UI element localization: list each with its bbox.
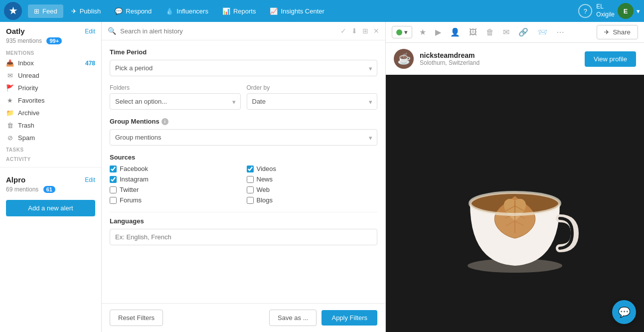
sidebar-item-trash[interactable]: 🗑 Trash: [0, 119, 101, 132]
chevron-down-icon: ▾: [637, 7, 640, 15]
source-twitter[interactable]: Twitter: [110, 186, 241, 193]
alpro-badge: 61: [43, 186, 55, 193]
link-icon[interactable]: 🔗: [516, 25, 530, 39]
grid-icon[interactable]: ⊞: [362, 27, 368, 35]
sidebar: Oatly Edit 935 mentions 99+ MENTIONS 📥 I…: [0, 22, 102, 332]
forums-checkbox[interactable]: [110, 197, 117, 204]
news-checkbox[interactable]: [247, 176, 254, 183]
app-logo[interactable]: ★: [4, 2, 22, 20]
orderby-select[interactable]: Date: [247, 93, 378, 110]
twitter-checkbox[interactable]: [110, 186, 117, 193]
download-icon[interactable]: ⬇: [351, 27, 357, 35]
brand-name-alpro: Alpro: [6, 175, 25, 184]
source-facebook[interactable]: Facebook: [110, 165, 241, 172]
sentiment-chevron-icon: ▾: [404, 28, 408, 36]
folders-orderby-row: Folders Select an option... ▾ Order by D…: [110, 84, 377, 110]
sidebar-item-spam[interactable]: ⊘ Spam: [0, 132, 101, 144]
sidebar-item-priority[interactable]: 🚩 Priority: [0, 82, 101, 94]
person-icon[interactable]: 👤: [448, 25, 462, 39]
email-icon[interactable]: ✉: [501, 25, 511, 39]
blogs-checkbox[interactable]: [247, 197, 254, 204]
share-button[interactable]: ✈ Share: [597, 25, 638, 39]
edit-alpro-button[interactable]: Edit: [85, 176, 95, 183]
languages-input[interactable]: [110, 229, 377, 245]
coffee-image: [440, 119, 590, 288]
time-period-select-wrapper: Pick a period ▾: [110, 60, 377, 76]
video-icon[interactable]: ▶: [433, 25, 443, 39]
reports-icon: 📊: [222, 7, 230, 15]
nav-respond[interactable]: 💬 Respond: [109, 4, 158, 18]
sidebar-item-archive[interactable]: 📁 Archive: [0, 107, 101, 119]
reset-filters-button[interactable]: Reset Filters: [110, 310, 163, 326]
chat-bubble-button[interactable]: 💬: [612, 300, 636, 324]
add-alert-button[interactable]: Add a new alert: [6, 200, 95, 216]
post-header: ☕ nicksteamdream Solothurn, Switzerland …: [386, 43, 644, 75]
save-as-button[interactable]: Save as ...: [269, 310, 317, 326]
source-web[interactable]: Web: [247, 186, 378, 193]
nav-feed[interactable]: ⊞ Feed: [28, 4, 63, 18]
favorites-icon: ★: [6, 97, 14, 104]
nav-insights[interactable]: 📈 Insights Center: [264, 4, 330, 18]
star-action-icon[interactable]: ★: [417, 25, 428, 39]
forward-icon[interactable]: 📨: [535, 25, 549, 39]
delete-icon[interactable]: 🗑: [484, 26, 496, 39]
nav-reports[interactable]: 📊 Reports: [216, 4, 262, 18]
orderby-select-wrapper: Date ▾: [247, 93, 378, 110]
help-button[interactable]: ?: [578, 4, 592, 18]
search-bar: 🔍 ✓ ⬇ ⊞ ✕: [102, 22, 385, 40]
user-avatar[interactable]: E: [618, 3, 634, 19]
post-location: Solothurn, Switzerland: [420, 59, 480, 66]
group-mentions-info-icon[interactable]: i: [161, 118, 168, 125]
folders-select[interactable]: Select an option...: [110, 93, 241, 110]
source-blogs[interactable]: Blogs: [247, 196, 378, 204]
view-profile-button[interactable]: View profile: [585, 51, 636, 67]
instagram-checkbox[interactable]: [110, 176, 117, 183]
source-forums[interactable]: Forums: [110, 196, 241, 204]
archive-icon: 📁: [6, 109, 14, 117]
close-filter-icon[interactable]: ✕: [373, 27, 379, 35]
image-icon[interactable]: 🖼: [467, 26, 479, 39]
time-period-select[interactable]: Pick a period: [110, 60, 377, 76]
spam-icon: ⊘: [6, 134, 14, 142]
feed-icon: ⊞: [34, 7, 39, 15]
sidebar-item-inbox[interactable]: 📥 Inbox 478: [0, 57, 101, 69]
time-period-label: Time Period: [110, 48, 377, 56]
apply-filters-button[interactable]: Apply Filters: [322, 310, 377, 326]
top-navigation: ★ ⊞ Feed ✈ Publish 💬 Respond 💧 Influence…: [0, 0, 644, 22]
sources-grid: Facebook Videos Instagram News Twitter: [110, 165, 377, 204]
folders-select-wrapper: Select an option... ▾: [110, 93, 241, 110]
source-news[interactable]: News: [247, 175, 378, 183]
oatly-badge: 99+: [46, 37, 62, 44]
search-input[interactable]: [120, 27, 336, 35]
post-toolbar: ▾ ★ ▶ 👤 🖼 🗑 ✉ 🔗 📨 ⋯ ✈ Share: [386, 22, 644, 43]
brand-oatly: Oatly Edit: [0, 22, 101, 37]
oatly-mentions-count: 935 mentions 99+: [0, 37, 101, 47]
web-checkbox[interactable]: [247, 186, 254, 193]
tasks-section-label: TASKS: [0, 144, 101, 154]
more-icon[interactable]: ⋯: [554, 25, 566, 39]
sidebar-item-unread[interactable]: ✉ Unread: [0, 69, 101, 82]
group-mentions-select[interactable]: Group mentions: [110, 129, 377, 146]
sidebar-item-favorites[interactable]: ★ Favorites: [0, 94, 101, 107]
check-icon[interactable]: ✓: [340, 27, 346, 35]
videos-checkbox[interactable]: [247, 166, 254, 172]
insights-icon: 📈: [270, 7, 278, 15]
sentiment-positive-icon: [396, 29, 402, 35]
nav-influencers[interactable]: 💧 Influencers: [160, 4, 214, 18]
brand-name-oatly: Oatly: [6, 27, 25, 35]
trash-icon: 🗑: [6, 122, 14, 129]
post-author-avatar: ☕: [394, 49, 414, 69]
source-videos[interactable]: Videos: [247, 165, 378, 172]
search-icon: 🔍: [108, 27, 116, 35]
post-area: ☕ nicksteamdream Solothurn, Switzerland …: [386, 43, 644, 332]
facebook-checkbox[interactable]: [110, 166, 117, 172]
content-area: ▾ ★ ▶ 👤 🖼 🗑 ✉ 🔗 📨 ⋯ ✈ Share ☕ nicksteam: [386, 22, 644, 332]
nav-publish[interactable]: ✈ Publish: [65, 4, 107, 18]
source-instagram[interactable]: Instagram: [110, 175, 241, 183]
orderby-label: Order by: [247, 84, 378, 91]
influencers-icon: 💧: [165, 7, 173, 15]
user-menu[interactable]: EL Oxigile E ▾: [596, 3, 640, 19]
edit-oatly-button[interactable]: Edit: [85, 28, 95, 35]
sentiment-button[interactable]: ▾: [392, 26, 412, 38]
inbox-icon: 📥: [6, 59, 14, 67]
